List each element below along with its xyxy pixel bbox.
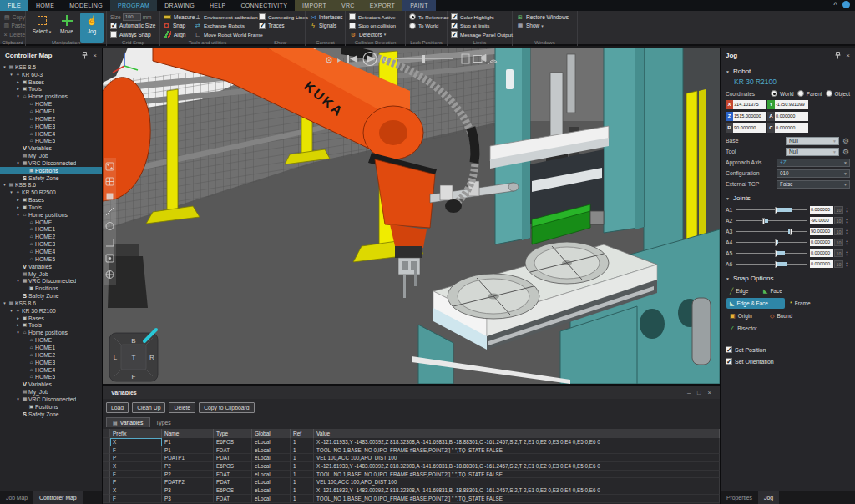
tree-item-home4[interactable]: ⌂HOME4 <box>0 366 102 374</box>
a5-slider[interactable] <box>736 249 807 258</box>
speed-slider-handle[interactable] <box>422 55 425 63</box>
a5-value-input[interactable]: 0.000000 <box>810 249 833 257</box>
tree-item-home[interactable]: ⌂HOME <box>0 100 102 108</box>
spinner-down-icon[interactable]: ▼ <box>846 254 849 257</box>
tree-item-bases[interactable]: ▸▣Bases <box>0 196 102 204</box>
vars-tab-variables[interactable]: ▤Variables <box>106 417 150 427</box>
snap-bound-button[interactable]: ◇Bound <box>766 310 803 321</box>
always-snap-checkbox[interactable] <box>110 31 117 38</box>
tree-item-kss-8-5[interactable]: ▾▤KSS 8.5 <box>0 63 102 71</box>
spinner[interactable]: ▲▼ <box>844 228 850 235</box>
tree-expander[interactable]: ▾ <box>2 181 8 189</box>
tree-expander[interactable]: ▾ <box>8 307 14 315</box>
stop-on-collision-checkbox[interactable] <box>349 23 356 29</box>
approach-axis-dropdown[interactable]: +Z▼ <box>777 159 850 167</box>
base-dropdown[interactable]: Null▼ <box>786 137 839 145</box>
tree-item-safety-zone[interactable]: SSafety Zone <box>0 411 102 418</box>
tree-item-home5[interactable]: ⌂HOME5 <box>0 137 102 144</box>
ribbon-tab-modeling[interactable]: MODELING <box>62 0 110 11</box>
ribbon-tab-help[interactable]: HELP <box>202 0 234 11</box>
coord-mode-world[interactable]: World <box>771 90 794 97</box>
ribbon-tab-drawing[interactable]: DRAWING <box>157 0 202 11</box>
world-radio[interactable] <box>771 90 777 97</box>
connecting-lines-checkbox[interactable] <box>259 13 266 20</box>
a4-value-input[interactable]: 0.000000 <box>810 239 833 246</box>
spinner-down-icon[interactable]: ▼ <box>846 265 849 268</box>
chevron-down-icon[interactable]: ▼ <box>726 196 730 201</box>
set-position-check[interactable]: Set Position <box>726 344 850 355</box>
grid-size-input[interactable] <box>123 13 141 21</box>
set-position-checkbox[interactable] <box>726 346 732 353</box>
table-row[interactable]: FP2FDATeLocal1TOOL_NO 1,BASE_NO 0,IPO_FR… <box>103 471 720 479</box>
tree-item-my-job[interactable]: ▤My_Job <box>0 388 102 396</box>
configuration-dropdown[interactable]: 010▼ <box>777 169 850 178</box>
a2-slider[interactable] <box>736 217 807 225</box>
tree-expander[interactable]: ▾ <box>15 277 21 285</box>
to-reference-radio[interactable] <box>409 13 416 20</box>
spinner-down-icon[interactable]: ▼ <box>846 210 849 214</box>
tree-expander[interactable]: ▾ <box>8 189 14 196</box>
ribbon-tab-vrc[interactable]: VRC <box>334 0 362 11</box>
tree-expander[interactable]: ▾ <box>15 93 21 100</box>
a3-value-input[interactable]: 90.00000 <box>810 228 833 235</box>
stop-on-collision-check[interactable]: Stop on collision <box>349 22 405 31</box>
color-highlight-check[interactable]: Color Highlight <box>451 13 512 22</box>
restore-windows-button[interactable]: ⊞Restore Windows <box>516 13 577 22</box>
tree-expander[interactable]: ▸ <box>15 85 21 93</box>
skip-to-start-icon[interactable] <box>347 55 349 63</box>
vars-tab-types[interactable]: Types <box>150 418 177 427</box>
jog-button[interactable]: ☝ Jog <box>80 13 104 43</box>
delete-button[interactable]: Delete <box>169 402 195 413</box>
external-tcp-dropdown[interactable]: False▼ <box>777 180 850 189</box>
pin-icon[interactable] <box>835 52 841 59</box>
col-header-name[interactable]: Name <box>162 429 214 438</box>
view-front[interactable]: F <box>132 373 136 381</box>
view-right[interactable]: R <box>149 354 154 361</box>
tree-expander[interactable]: ▸ <box>15 321 21 329</box>
spinner-down-icon[interactable]: ▼ <box>846 243 849 246</box>
snap-edge-button[interactable]: ╱Edge <box>726 285 758 296</box>
tool-dropdown[interactable]: Null▼ <box>786 148 839 156</box>
traces-check[interactable]: Traces <box>259 22 305 31</box>
measure-button[interactable]: Measure <box>164 13 195 22</box>
tree-expander[interactable]: ▸ <box>15 78 21 86</box>
pin-icon[interactable] <box>82 52 88 59</box>
joints-section-header[interactable]: Joints <box>733 194 751 202</box>
tree-expander[interactable]: ▾ <box>15 396 21 403</box>
table-row[interactable]: FP1FDATeLocal1TOOL_NO 1,BASE_NO 0,IPO_FR… <box>103 446 720 455</box>
tree-expander[interactable]: ▾ <box>2 300 8 307</box>
tree-item-tools[interactable]: ▸▣Tools <box>0 322 102 330</box>
gear-icon[interactable]: ⚙ <box>842 148 850 156</box>
tree-item-kr-30-r2100[interactable]: ▾⌖KR 30 R2100 <box>0 307 102 315</box>
select-button[interactable]: Select▾ <box>30 13 53 43</box>
automatic-size-check[interactable]: Automatic Size <box>110 22 159 31</box>
ribbon-tab-program[interactable]: PROGRAM <box>110 0 157 11</box>
tree-expander[interactable]: ▸ <box>15 204 21 211</box>
tree-item-home4[interactable]: ⌂HOME4 <box>0 130 102 138</box>
tree-item-vrc-disconnected[interactable]: ▾▦VRC Disconnected <box>0 396 102 403</box>
snap-options-section-header[interactable]: Snap Options <box>733 275 773 282</box>
tree-item-home1[interactable]: ⌂HOME1 <box>0 344 102 351</box>
message-panel-output-checkbox[interactable] <box>451 31 458 38</box>
tree-item-home[interactable]: ⌂HOME <box>0 219 102 226</box>
stop-at-limits-checkbox[interactable] <box>451 23 458 29</box>
tree-item-kr-60-3[interactable]: ▾⌖KR 60-3 <box>0 71 102 78</box>
to-reference-radio-item[interactable]: To Reference <box>409 13 447 22</box>
slider-handle[interactable] <box>775 261 777 268</box>
parent-radio[interactable] <box>797 90 804 97</box>
coord-value-c[interactable]: 0.000000 <box>775 123 808 133</box>
coord-value-y[interactable]: -1750.931099 <box>775 100 808 109</box>
tree-item-home1[interactable]: ⌂HOME1 <box>0 108 102 115</box>
detectors-active-checkbox[interactable] <box>349 13 356 20</box>
close-icon[interactable]: × <box>708 389 711 396</box>
slider-handle[interactable] <box>790 229 792 235</box>
col-header-ref[interactable]: Ref <box>291 429 314 438</box>
color-highlight-checkbox[interactable] <box>451 13 458 20</box>
ribbon-tab-export[interactable]: EXPORT <box>362 0 402 11</box>
a4-slider[interactable] <box>736 239 807 247</box>
tree-expander[interactable]: ▾ <box>15 329 21 336</box>
tree-expander[interactable]: ▾ <box>8 71 14 78</box>
tree-item-home5[interactable]: ⌂HOME5 <box>0 373 102 381</box>
view-back[interactable]: B <box>131 337 135 345</box>
tree-item-tools[interactable]: ▸▣Tools <box>0 204 102 211</box>
